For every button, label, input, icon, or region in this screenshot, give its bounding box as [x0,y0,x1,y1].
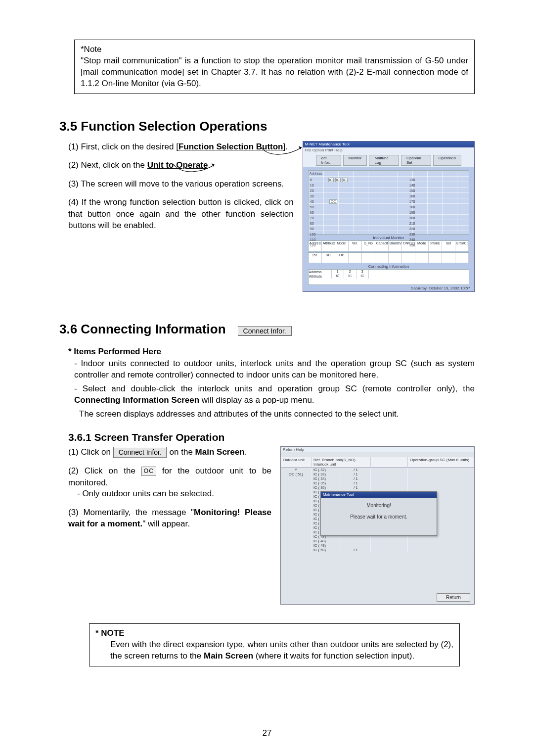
oc-chip[interactable]: OC [141,467,156,476]
shot1-table-header: AddressAttributeModelVer.G_NoCapacityBra… [308,240,469,251]
note-title: *Note [81,44,468,55]
s35-item-2: (2) Next, click on the Unit to Operate. [68,159,294,171]
heading-3-5: 3.5 Function Selection Operations [59,119,475,134]
shot1-connecting-label: Connecting Information [308,264,469,269]
s35-item-3: (3) The screen will move to the various … [68,178,294,189]
note2-title: * NOTE [95,628,453,639]
s361-item-1: (1) Click on Connect Infor. on the Main … [68,446,271,458]
items-performed-here: * Items Performed Here [68,347,475,357]
shot1-status-text: Saturday, October 19, 2002 10:57 [411,286,470,290]
shot1-grid: Address 0102030405060708090100110120 130… [308,170,469,235]
note-box-2: * NOTE Even with the direct expansion ty… [89,623,460,666]
return-button[interactable]: Return [437,593,470,602]
heading-3-6-1: 3.6.1 Screen Transfer Operation [68,431,475,443]
shot1-tab[interactable]: Operation [433,155,461,166]
screenshot-connecting-info: Return Help Outdoor unit Ref. Branch pai… [280,446,475,605]
shot1-menubar: File Option Print Help [303,147,474,153]
items-body: - Indoor units connected to outdoor unit… [59,358,475,420]
note-box-stop-mail: *Note "Stop mail communication" is a fun… [74,40,475,94]
shot1-table2: Address 1 2 3 Attribute IC IC IC [308,269,469,285]
note-body: "Stop mail communication" is a function … [81,55,468,90]
s361-item-2: (2) Click on the OC for the outdoor unit… [68,465,271,500]
shot1-individual-monitor-label: Individual Monitor [308,236,469,240]
monitoring-modal: Maintenance Tool Monitoring! Please wait… [320,491,437,536]
s35-item-4: (4) If the wrong function selection butt… [68,196,294,231]
connect-infor-button-inline[interactable]: Connect Infor. [113,447,167,458]
shot1-table-row: 151RCFrP [308,252,469,263]
shot1-tab[interactable]: Malfunc Log [369,155,399,166]
page-number: 27 [0,728,534,738]
shot1-tab[interactable]: Monitor [343,155,367,166]
shot2-menubar: Return Help [281,447,474,452]
heading-3-6: 3.6 Connecting Information [59,322,226,337]
modal-line2: Please wait for a moment. [321,514,437,520]
connect-infor-button[interactable]: Connect Infor. [238,326,292,336]
s35-item-1: (1) First, click on the desired [Functio… [68,141,294,152]
shot2-headers: Outdoor unit Ref. Branch pair(S_NO) Inte… [281,457,474,468]
note2-body: Even with the direct expansion type, whe… [95,639,453,662]
shot1-tab[interactable]: ect. Infor. [316,155,341,166]
screenshot-main-screen: M-NET Maintenance Tool File Option Print… [303,141,475,292]
modal-line1: Monitoring! [321,503,437,508]
shot1-tab[interactable]: Optional Set [401,155,431,166]
s361-item-3: (3) Momentarily, the message "Monitoring… [68,507,271,530]
shot1-oc-cell[interactable]: OC [329,199,338,204]
modal-titlebar: Maintenance Tool [321,492,437,498]
shot1-tabbar: ect. Infor. Monitor Malfunc Log Optional… [303,153,474,167]
shot1-titlebar: M-NET Maintenance Tool [303,142,474,147]
